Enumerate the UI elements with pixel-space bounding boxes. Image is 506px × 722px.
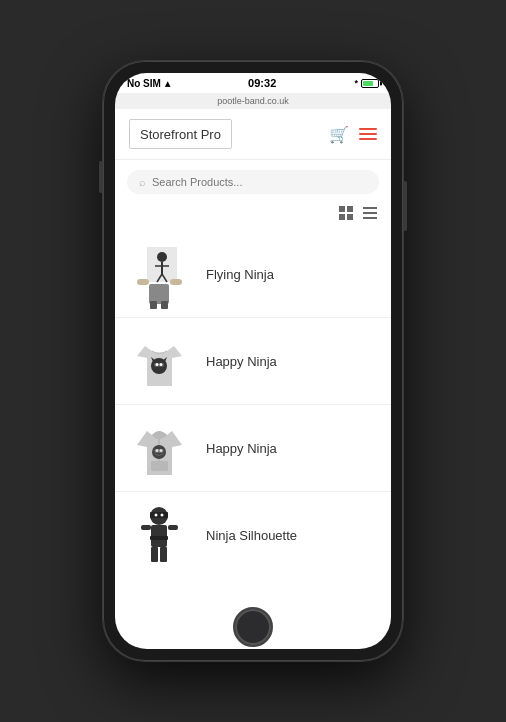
app-content: Storefront Pro 🛒 ⌕ xyxy=(115,109,391,649)
ninja-silhouette-image xyxy=(127,500,192,570)
svg-point-27 xyxy=(160,449,163,452)
search-icon: ⌕ xyxy=(139,176,146,188)
svg-rect-13 xyxy=(137,279,149,285)
product-image xyxy=(127,413,192,483)
carrier-label: No SIM xyxy=(127,78,161,89)
list-view-button[interactable] xyxy=(361,204,379,225)
happy-ninja-shirt-image xyxy=(127,326,192,396)
svg-rect-37 xyxy=(160,547,167,562)
svg-point-8 xyxy=(157,252,167,262)
hamburger-menu-icon[interactable] xyxy=(359,128,377,140)
grid-view-button[interactable] xyxy=(337,204,355,225)
logo-text: Storefront Pro xyxy=(140,127,221,142)
product-image xyxy=(127,239,192,309)
svg-rect-14 xyxy=(170,279,182,285)
battery-icon xyxy=(361,79,379,88)
svg-point-20 xyxy=(156,363,159,366)
status-left: No SIM ▴ xyxy=(127,78,170,89)
svg-point-31 xyxy=(161,514,164,517)
status-bar: No SIM ▴ 09:32 * xyxy=(115,73,391,93)
list-item[interactable]: Happy Ninja xyxy=(115,405,391,492)
url-text: pootle-band.co.uk xyxy=(217,96,289,106)
product-name: Happy Ninja xyxy=(206,441,277,456)
svg-rect-33 xyxy=(150,536,168,540)
search-input[interactable] xyxy=(152,176,367,188)
list-icon xyxy=(363,206,377,220)
svg-rect-34 xyxy=(141,525,151,530)
flying-ninja-image xyxy=(127,239,192,309)
wifi-icon: ▴ xyxy=(165,78,170,89)
list-item[interactable]: Ninja Silhouette xyxy=(115,492,391,578)
svg-rect-19 xyxy=(154,363,164,367)
list-item[interactable]: Happy Ninja xyxy=(115,318,391,405)
logo-box: Storefront Pro xyxy=(129,119,232,149)
product-name: Happy Ninja xyxy=(206,354,277,369)
svg-point-30 xyxy=(155,514,158,517)
svg-rect-2 xyxy=(339,214,345,220)
clock-display: 09:32 xyxy=(248,77,276,89)
view-toggles xyxy=(115,204,391,231)
product-list: Flying Ninja xyxy=(115,231,391,649)
status-right: * xyxy=(354,78,379,88)
svg-rect-17 xyxy=(161,301,168,309)
phone-screen: No SIM ▴ 09:32 * pootle-band.co.uk Store… xyxy=(115,73,391,649)
svg-rect-4 xyxy=(363,207,377,209)
product-name: Flying Ninja xyxy=(206,267,274,282)
bluetooth-icon: * xyxy=(354,78,358,88)
svg-rect-22 xyxy=(151,461,168,471)
svg-rect-29 xyxy=(150,512,168,518)
app-header: Storefront Pro 🛒 xyxy=(115,109,391,160)
svg-rect-16 xyxy=(150,301,157,309)
phone-frame: No SIM ▴ 09:32 * pootle-band.co.uk Store… xyxy=(103,61,403,661)
svg-rect-35 xyxy=(168,525,178,530)
url-bar: pootle-band.co.uk xyxy=(115,93,391,109)
svg-rect-3 xyxy=(347,214,353,220)
home-button[interactable] xyxy=(233,607,273,647)
product-image xyxy=(127,500,192,570)
search-bar[interactable]: ⌕ xyxy=(127,170,379,194)
header-icons: 🛒 xyxy=(329,125,377,144)
list-item[interactable]: Flying Ninja xyxy=(115,231,391,318)
product-name: Ninja Silhouette xyxy=(206,528,297,543)
cart-icon[interactable]: 🛒 xyxy=(329,125,349,144)
svg-rect-0 xyxy=(339,206,345,212)
svg-rect-6 xyxy=(363,217,377,219)
svg-point-26 xyxy=(156,449,159,452)
grid-icon xyxy=(339,206,353,220)
svg-rect-1 xyxy=(347,206,353,212)
svg-rect-5 xyxy=(363,212,377,214)
product-image xyxy=(127,326,192,396)
happy-ninja-hoodie-image xyxy=(127,413,192,483)
svg-rect-36 xyxy=(151,547,158,562)
svg-point-21 xyxy=(160,363,163,366)
battery-fill xyxy=(363,81,374,86)
